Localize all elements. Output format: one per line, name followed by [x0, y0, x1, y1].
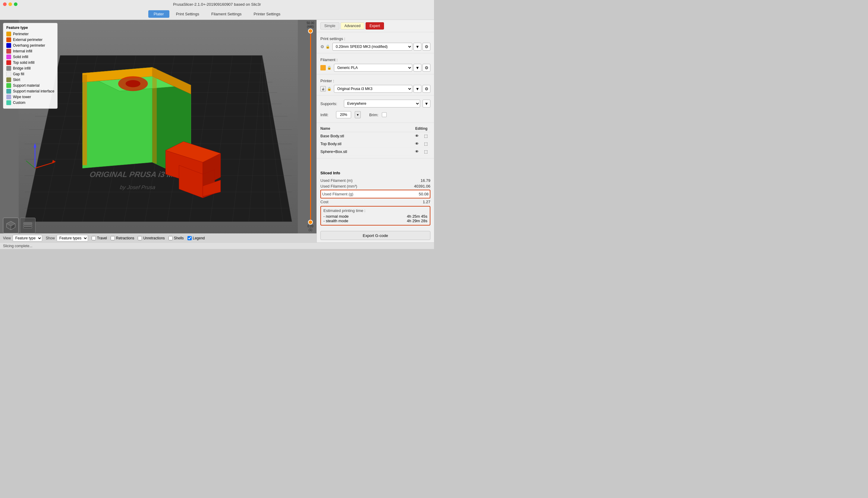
svg-rect-58 — [24, 225, 32, 226]
printer-control: 🖨 🔒 Original Prusa i3 MK3 ▼ ⚙ — [320, 85, 430, 93]
show-label: Show — [46, 236, 55, 240]
filament-arrow[interactable]: ▼ — [413, 64, 421, 72]
edit-icon-1[interactable]: ⬚ — [421, 142, 430, 146]
printer-arrow[interactable]: ▼ — [413, 85, 421, 93]
viewport-area[interactable]: Feature type Perimeter External perimete… — [0, 20, 317, 243]
print-settings-dropdown[interactable]: 0.20mm SPEED MK3 (modified) — [332, 43, 412, 51]
unretractions-checkbox-label[interactable]: Unretractions — [138, 236, 165, 240]
shells-checkbox[interactable] — [168, 236, 173, 240]
eye-icon-0[interactable]: 👁 — [412, 134, 421, 138]
right-panel: Simple Advanced Expert Print settings : … — [317, 20, 434, 243]
infill-dropdown-arrow[interactable]: ▼ — [355, 111, 361, 118]
legend-checkbox[interactable] — [188, 236, 192, 240]
advanced-mode-btn[interactable]: Advanced — [341, 22, 365, 29]
spacer — [317, 158, 434, 168]
filament-section: Filament : 🔒 Generic PLA ▼ ⚙ — [317, 53, 434, 74]
minimize-button[interactable] — [9, 2, 12, 6]
tab-print-settings[interactable]: Print Settings — [170, 10, 205, 18]
printer-section: Printer : 🖨 🔒 Original Prusa i3 MK3 ▼ ⚙ — [317, 74, 434, 95]
list-item: Overhang perimeter — [6, 43, 54, 48]
brim-checkbox[interactable] — [382, 112, 387, 117]
print-settings-control: ⚙ 🔒 0.20mm SPEED MK3 (modified) ▼ ⚙ — [320, 43, 430, 51]
travel-checkbox[interactable] — [92, 236, 96, 240]
objects-table: Name Editing Base Body.stl 👁 ⬚ Top Body.… — [320, 125, 430, 156]
filament-row: Filament : — [320, 56, 430, 64]
printer-gear[interactable]: ⚙ — [423, 85, 430, 93]
filament-color-swatch[interactable] — [320, 65, 326, 70]
legend-panel: Feature type Perimeter External perimete… — [3, 23, 58, 109]
view-group: View Feature type — [3, 235, 42, 241]
object-name-1: Top Body.stl — [320, 142, 412, 146]
table-row: Sphere+Box.stl 👁 ⬚ — [320, 148, 430, 156]
ruler-top-knob[interactable] — [308, 29, 313, 34]
infill-row: Infill: ▼ Brim: — [320, 109, 430, 120]
expert-mode-btn[interactable]: Expert — [366, 22, 384, 29]
retractions-checkbox[interactable] — [111, 236, 115, 240]
simple-mode-btn[interactable]: Simple — [320, 22, 340, 29]
filament-label: Filament : — [320, 57, 337, 62]
table-row: Top Body.stl 👁 ⬚ — [320, 140, 430, 148]
object-name-0: Base Body.stl — [320, 134, 412, 138]
eye-icon-2[interactable]: 👁 — [412, 149, 421, 154]
swatch-internal-infill — [6, 49, 11, 54]
eye-icon-1[interactable]: 👁 — [412, 142, 421, 146]
edit-icon-2[interactable]: ⬚ — [421, 149, 430, 154]
swatch-gap — [6, 72, 11, 77]
info-row-3: Cost 1.27 — [320, 199, 430, 205]
travel-checkbox-label[interactable]: Travel — [92, 236, 107, 240]
tab-plater[interactable]: Plater — [148, 10, 169, 18]
print-settings-gear[interactable]: ⚙ — [423, 43, 430, 51]
ruler-bottom-knob[interactable] — [308, 220, 313, 225]
printer-label: Printer : — [320, 79, 334, 83]
view-select[interactable]: Feature type — [13, 235, 42, 241]
tab-filament-settings[interactable]: Filament Settings — [206, 10, 247, 18]
legend-title: Feature type — [6, 26, 54, 30]
legend-checkbox-label[interactable]: Legend — [188, 236, 205, 240]
lock-icon: 🔒 — [326, 44, 330, 49]
supports-label: Supports: — [320, 102, 342, 106]
filament-gear[interactable]: ⚙ — [423, 64, 430, 72]
svg-point-39 — [126, 80, 140, 87]
swatch-support-interface — [6, 89, 11, 94]
filament-dropdown[interactable]: Generic PLA — [334, 64, 412, 72]
list-item: Solid infill — [6, 54, 54, 59]
svg-rect-57 — [24, 223, 32, 224]
unretractions-checkbox[interactable] — [138, 236, 142, 240]
main-content: Feature type Perimeter External perimete… — [0, 20, 434, 243]
show-select[interactable]: Feature types — [57, 235, 88, 241]
export-gcode-button[interactable]: Export G-code — [320, 231, 430, 240]
table-header: Name Editing — [320, 125, 430, 132]
3d-view-icon[interactable] — [3, 218, 19, 233]
shells-checkbox-label[interactable]: Shells — [168, 236, 184, 240]
print-settings-row: Print settings : — [320, 35, 430, 43]
print-settings-arrow[interactable]: ▼ — [413, 43, 421, 51]
brim-label: Brim: — [369, 113, 378, 117]
infill-input[interactable] — [336, 111, 351, 118]
bottom-toolbar: View Feature type Show Feature types Tra… — [0, 233, 317, 243]
sliced-info: Sliced Info Used Filament (m) 16.79 Used… — [317, 168, 434, 228]
printer-dropdown[interactable]: Original Prusa i3 MK3 — [334, 85, 412, 93]
maximize-button[interactable] — [14, 2, 17, 6]
layer-view-icon[interactable] — [20, 218, 36, 233]
tab-printer-settings[interactable]: Printer Settings — [248, 10, 286, 18]
swatch-custom — [6, 100, 11, 105]
supports-arrow[interactable]: ▼ — [423, 100, 430, 107]
list-item: Support material — [6, 83, 54, 88]
list-item: Support material interface — [6, 89, 54, 94]
swatch-solid-infill — [6, 54, 11, 59]
swatch-ext-perimeter — [6, 37, 11, 42]
filament-lock-icon: 🔒 — [327, 66, 332, 70]
edit-icon-0[interactable]: ⬚ — [421, 134, 430, 138]
highlighted-filament-row: Used Filament (g) 50.08 — [320, 190, 430, 198]
printer-lock-icon: 🔒 — [327, 87, 332, 91]
retractions-checkbox-label[interactable]: Retractions — [111, 236, 135, 240]
view-label: View — [3, 236, 11, 240]
supports-dropdown[interactable]: Everywhere None Support on build plate o… — [344, 100, 420, 107]
view-controls — [3, 218, 36, 233]
col-editing-header: Editing — [412, 127, 430, 131]
print-settings-label: Print settings : — [320, 37, 345, 41]
svg-rect-59 — [24, 227, 32, 228]
swatch-overhang — [6, 43, 11, 48]
close-button[interactable] — [3, 2, 7, 6]
mode-buttons: Simple Advanced Expert — [317, 20, 434, 32]
